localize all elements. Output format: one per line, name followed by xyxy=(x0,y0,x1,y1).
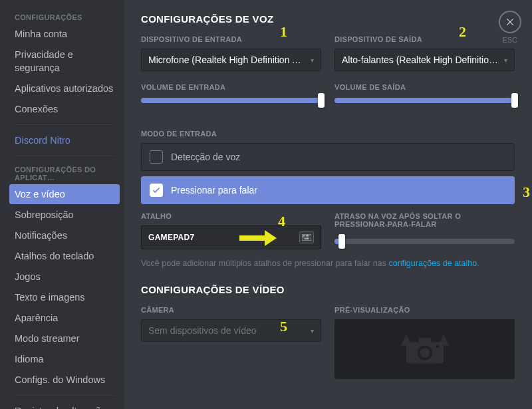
help-text: Você pode adicionar múltiplos atalhos de… xyxy=(141,259,515,268)
divider xyxy=(15,156,114,156)
main-content: ESC CONFIGURAÇÕES DE VOZ DISPOSITIVO DE … xyxy=(124,0,532,409)
svg-rect-13 xyxy=(309,237,309,237)
input-volume-slider[interactable] xyxy=(141,98,321,103)
input-device-value: Microfone (Realtek High Definition Audio… xyxy=(148,55,307,65)
svg-rect-12 xyxy=(307,237,308,237)
sidebar-item-overlay[interactable]: Sobreposição xyxy=(9,205,120,225)
sidebar-item-connections[interactable]: Conexões xyxy=(9,99,120,119)
preview-label: PRÉ-VISUALIZAÇÃO xyxy=(334,306,515,314)
push-to-talk-option[interactable]: Pressionar para falar xyxy=(141,176,515,204)
output-volume-slider[interactable] xyxy=(334,98,515,103)
svg-rect-5 xyxy=(305,235,305,236)
divider xyxy=(15,395,114,396)
input-device-select[interactable]: Microfone (Realtek High Definition Audio… xyxy=(141,49,321,71)
close-icon xyxy=(505,17,515,27)
annotation-3: 3 xyxy=(523,184,530,201)
input-mode-label: MODO DE ENTRADA xyxy=(141,130,515,138)
sidebar-item-apps[interactable]: Aplicativos autorizados xyxy=(9,78,120,98)
output-device-select[interactable]: Alto-falantes (Realtek High Definition A… xyxy=(334,49,515,71)
output-volume-label: VOLUME DE SAÍDA xyxy=(334,83,515,91)
output-device-value: Alto-falantes (Realtek High Definition A… xyxy=(342,55,500,65)
sidebar-item-windows[interactable]: Configs. do Windows xyxy=(9,370,120,390)
sidebar-item-streamer[interactable]: Modo streamer xyxy=(9,329,120,348)
chevron-down-icon: ▾ xyxy=(504,57,507,64)
sidebar-item-nitro[interactable]: Discord Nitro xyxy=(9,130,120,150)
sidebar-item-privacy[interactable]: Privacidade e segurança xyxy=(9,45,120,78)
svg-rect-6 xyxy=(306,235,307,236)
close-button[interactable] xyxy=(499,11,521,33)
checkbox-icon xyxy=(150,150,163,164)
svg-rect-14 xyxy=(305,238,309,239)
camera-preview xyxy=(334,319,515,379)
sidebar-item-account[interactable]: Minha conta xyxy=(9,24,120,44)
sidebar-item-games[interactable]: Jogos xyxy=(9,267,120,287)
shortcut-input[interactable]: GAMEPAD7 xyxy=(141,225,321,249)
ptt-delay-label: ATRASO NA VOZ APÓS SOLTAR O PRESSIONAR-P… xyxy=(334,212,515,228)
ptt-delay-slider[interactable] xyxy=(334,239,515,244)
voice-activity-option[interactable]: Detecção de voz xyxy=(141,143,515,171)
sidebar-header-app: CONFIGURAÇÕES DO APLICAT… xyxy=(9,162,120,184)
sidebar-item-text-images[interactable]: Texto e imagens xyxy=(9,287,120,307)
sidebar-item-appearance[interactable]: Aparência xyxy=(9,308,120,328)
camera-label: CÂMERA xyxy=(141,306,321,314)
svg-rect-4 xyxy=(303,235,303,236)
sidebar-header-user: CONFIGURAÇÕES xyxy=(9,9,120,24)
video-settings-title: CONFIGURAÇÕES DE VÍDEO xyxy=(141,284,515,295)
input-volume-label: VOLUME DE ENTRADA xyxy=(141,83,321,91)
svg-point-19 xyxy=(436,345,439,348)
shortcut-label: ATALHO xyxy=(141,212,321,220)
camera-value: Sem dispositivos de vídeo xyxy=(148,325,257,336)
voice-settings-title: CONFIGURAÇÕES DE VOZ xyxy=(141,13,515,25)
chevron-down-icon: ▾ xyxy=(311,327,314,335)
svg-rect-8 xyxy=(309,235,309,236)
voice-activity-label: Detecção de voz xyxy=(171,152,240,162)
sidebar-item-notifications[interactable]: Notificações xyxy=(9,225,120,245)
camera-preview-icon xyxy=(398,331,452,368)
output-device-label: DISPOSITIVO DE SAÍDA xyxy=(334,35,515,43)
settings-sidebar: CONFIGURAÇÕES Minha conta Privacidade e … xyxy=(0,0,124,409)
esc-label: ESC xyxy=(502,36,517,44)
chevron-down-icon: ▾ xyxy=(311,57,314,64)
svg-point-18 xyxy=(420,348,429,357)
push-to-talk-label: Pressionar para falar xyxy=(171,185,257,196)
sidebar-item-changelog[interactable]: Registro de alterações xyxy=(9,401,120,409)
svg-rect-7 xyxy=(307,235,308,236)
sidebar-item-keybinds[interactable]: Atalhos do teclado xyxy=(9,246,120,266)
keybind-settings-link[interactable]: configurações de atalho xyxy=(388,259,477,268)
sidebar-item-language[interactable]: Idioma xyxy=(9,349,120,369)
divider xyxy=(15,124,114,125)
keyboard-icon[interactable] xyxy=(299,231,314,243)
checkbox-icon xyxy=(150,184,163,197)
svg-rect-16 xyxy=(418,338,431,344)
input-device-label: DISPOSITIVO DE ENTRADA xyxy=(141,35,321,43)
sidebar-item-voice-video[interactable]: Voz e vídeo xyxy=(9,184,120,204)
camera-select[interactable]: Sem dispositivos de vídeo ▾ xyxy=(141,319,321,342)
svg-rect-11 xyxy=(306,237,307,237)
svg-rect-9 xyxy=(303,237,303,237)
shortcut-value: GAMEPAD7 xyxy=(148,233,195,242)
svg-rect-10 xyxy=(305,237,305,237)
